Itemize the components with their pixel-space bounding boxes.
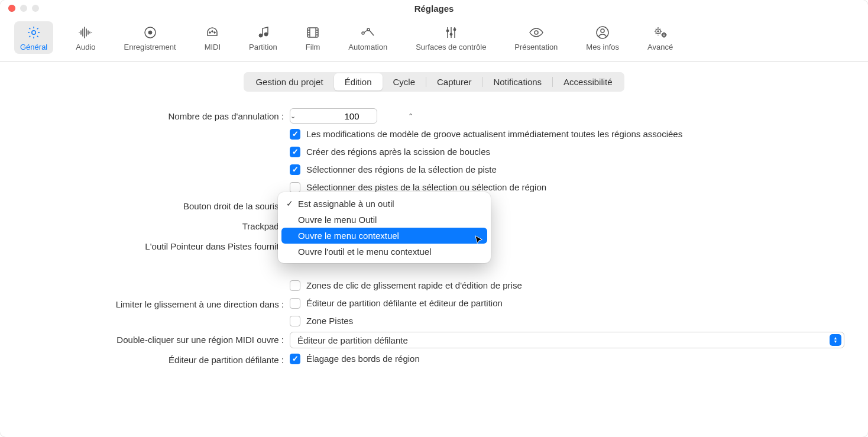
toolbar-surfaces[interactable]: Surfaces de contrôle — [410, 21, 492, 54]
toolbar-label: Film — [306, 43, 320, 51]
subtab-accessibility[interactable]: Accessibilité — [553, 73, 623, 90]
toolbar-label: MIDI — [205, 43, 221, 51]
film-icon — [306, 25, 320, 40]
pointer-tool-label: L'outil Pointeur dans Pistes fournit : — [24, 238, 290, 255]
subtab-edition[interactable]: Édition — [334, 73, 383, 90]
dropdown-option[interactable]: Ouvre le menu Outil — [281, 212, 487, 228]
checkbox-icon — [290, 129, 300, 140]
svg-point-13 — [454, 28, 456, 31]
stepper-down[interactable]: ⌄ — [290, 109, 296, 123]
check-scroll-editor[interactable]: Éditeur de partition défilante et éditeu… — [290, 296, 844, 310]
svg-point-12 — [450, 33, 452, 35]
checkbox-icon — [290, 354, 300, 364]
toolbar-label: Automation — [348, 43, 387, 51]
dropdown-option[interactable]: Ouvre l'outil et le menu contextuel — [281, 244, 487, 260]
undo-stepper[interactable]: ⌄ ⌃ — [290, 108, 377, 124]
select-value: Éditeur de partition défilante — [297, 335, 408, 345]
notes-icon — [256, 25, 270, 40]
subtab-notifications[interactable]: Notifications — [482, 73, 552, 90]
stepper-up[interactable]: ⌃ — [408, 109, 413, 123]
dropdown-option[interactable]: Est assignable à un outil — [281, 196, 487, 212]
window-title: Réglages — [414, 4, 454, 14]
svg-point-14 — [535, 31, 538, 34]
double-click-select[interactable]: Éditeur de partition défilante ▲▼ — [290, 332, 844, 348]
gear-icon — [27, 25, 41, 40]
check-label: Éditeur de partition défilante et éditeu… — [306, 296, 503, 310]
scroll-editor-label: Éditeur de partition défilante : — [24, 352, 290, 368]
svg-point-11 — [446, 30, 449, 32]
automation-icon — [360, 25, 375, 40]
check-select-regions[interactable]: Sélectionner des régions de la sélection… — [290, 163, 844, 177]
zoom-button[interactable] — [32, 5, 39, 12]
toolbar-recording[interactable]: Enregistrement — [118, 21, 182, 54]
waveform-icon — [78, 25, 93, 40]
gears-icon — [653, 25, 668, 40]
select-caret-icon: ▲▼ — [830, 334, 841, 346]
toolbar-advanced[interactable]: Avancé — [642, 21, 679, 54]
checkbox-icon — [290, 280, 300, 291]
toolbar-presentation[interactable]: Présentation — [509, 21, 563, 54]
check-label: Sélectionner des régions de la sélection… — [306, 163, 497, 177]
subtab-capture[interactable]: Capturer — [426, 73, 482, 90]
preferences-window: Réglages Général Audio Enregistrement MI… — [0, 0, 868, 437]
undo-value[interactable] — [296, 111, 408, 121]
toolbar-label: Mes infos — [586, 43, 619, 51]
toolbar-myinfo[interactable]: Mes infos — [580, 21, 625, 54]
svg-point-16 — [601, 29, 604, 33]
check-label: Élagage des bords de région — [306, 352, 420, 366]
double-click-label: Double-cliquer sur une région MIDI ouvre… — [24, 332, 290, 348]
check-label: Zones de clic de glissement rapide et d'… — [306, 279, 522, 293]
check-quickswipe[interactable]: Zones de clic de glissement rapide et d'… — [290, 279, 844, 293]
check-region-trim[interactable]: Élagage des bords de région — [290, 352, 844, 366]
toolbar-label: Enregistrement — [124, 43, 176, 51]
checkbox-icon — [290, 147, 300, 157]
eye-icon — [529, 25, 544, 40]
svg-point-3 — [209, 32, 211, 34]
svg-point-18 — [657, 31, 658, 32]
titlebar: Réglages — [0, 0, 868, 17]
check-tracks-area[interactable]: Zone Pistes — [290, 314, 844, 328]
subtab-cycle[interactable]: Cycle — [383, 73, 426, 90]
toolbar-audio[interactable]: Audio — [70, 21, 101, 54]
sliders-icon — [444, 25, 458, 40]
toolbar-film[interactable]: Film — [300, 21, 326, 54]
content: Nombre de pas d'annulation : ⌄ ⌃ Les mod… — [0, 96, 868, 396]
undo-label: Nombre de pas d'annulation : — [24, 108, 290, 125]
subtab-project[interactable]: Gestion du projet — [245, 73, 333, 90]
checkbox-icon — [290, 182, 300, 193]
checkbox-icon — [290, 316, 300, 326]
check-label: Créer des régions après la scission de b… — [306, 145, 490, 159]
check-groove[interactable]: Les modifications de modèle de groove ac… — [290, 127, 844, 141]
toolbar-score[interactable]: Partition — [243, 21, 283, 54]
person-circle-icon — [595, 25, 610, 40]
dropdown-option-highlighted[interactable]: Ouvre le menu contextuel — [281, 228, 487, 244]
midi-icon — [205, 25, 219, 40]
record-icon — [143, 25, 157, 40]
svg-point-6 — [259, 34, 263, 37]
check-label: Les modifications de modèle de groove ac… — [306, 127, 682, 141]
trackpad-label: Trackpad : — [24, 218, 290, 235]
check-label: Zone Pistes — [306, 314, 353, 328]
svg-point-2 — [148, 31, 152, 34]
toolbar-automation[interactable]: Automation — [342, 21, 393, 54]
svg-point-20 — [663, 34, 665, 35]
svg-point-7 — [264, 33, 268, 36]
svg-point-0 — [32, 31, 35, 34]
window-controls — [8, 5, 39, 12]
checkbox-icon — [290, 164, 300, 175]
close-button[interactable] — [8, 5, 15, 12]
minimize-button[interactable] — [20, 5, 27, 12]
toolbar-label: Avancé — [647, 43, 673, 51]
toolbar-midi[interactable]: MIDI — [199, 21, 226, 54]
right-mouse-dropdown[interactable]: Est assignable à un outil Ouvre le menu … — [278, 192, 491, 263]
check-split-loops[interactable]: Créer des régions après la scission de b… — [290, 145, 844, 159]
svg-point-5 — [214, 32, 216, 34]
toolbar: Général Audio Enregistrement MIDI Partit… — [0, 17, 868, 61]
right-mouse-label: Bouton droit de la souris : — [24, 198, 290, 215]
checkbox-icon — [290, 298, 300, 309]
toolbar-label: Présentation — [514, 43, 558, 51]
subtabs: Gestion du projet Édition Cycle Capturer… — [0, 61, 868, 96]
toolbar-label: Surfaces de contrôle — [416, 43, 486, 51]
toolbar-general[interactable]: Général — [14, 21, 53, 54]
limit-drag-label: Limiter le glissement à une direction da… — [24, 296, 290, 313]
